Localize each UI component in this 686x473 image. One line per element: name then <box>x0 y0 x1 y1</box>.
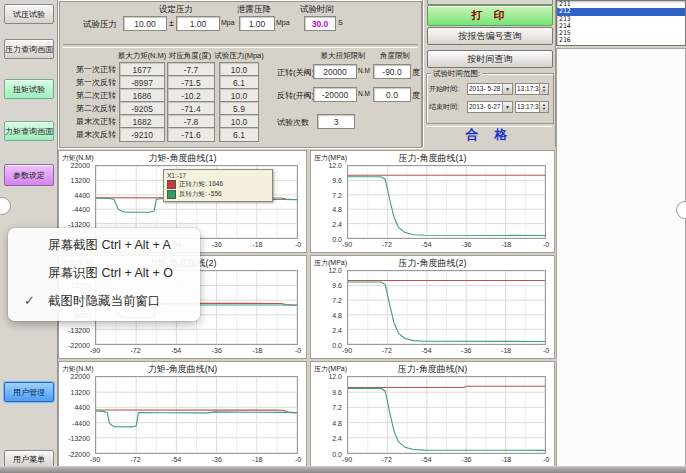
chart-x-ticks: -90-72-54-36-18-0 <box>95 347 298 357</box>
test-count-input[interactable]: 3 <box>317 114 355 129</box>
leak-pressure-input[interactable]: 1.00 <box>239 16 275 31</box>
reverse-limit-label: 反转(开阀) <box>277 90 313 101</box>
reverse-angle-limit-input[interactable]: 0.0 <box>373 87 411 102</box>
mpa-unit-label-2: Mpa <box>276 19 290 26</box>
angle-header: 对应角度(度) <box>162 51 218 61</box>
chart-x-ticks: -90-72-54-36-18-0 <box>347 347 546 357</box>
leak-pressure-title: 泄露压降 <box>224 4 284 16</box>
sidebar-item-pressure-test[interactable]: 试压试验 <box>4 4 54 24</box>
time-range-group: 试验时间范围: 开始时间: 2013- 5-28 ▼ 13:17:35 ▲▼ 结… <box>426 73 554 124</box>
start-time-spinner[interactable]: 13:17:35 ▲▼ <box>515 83 549 95</box>
report-detail-panel <box>556 48 686 468</box>
list-item[interactable]: 216 <box>557 37 685 44</box>
plus-minus-label: ± <box>169 18 174 28</box>
sidebar-item-parameter-settings[interactable]: 参数设定 <box>4 164 54 186</box>
divider <box>63 44 418 48</box>
red-swatch-icon <box>167 180 176 189</box>
nm-unit-label-2: N.M <box>358 90 370 97</box>
chart-x-ticks: -90-72-54-36-18-0 <box>347 456 546 466</box>
chart-title: 力矩-角度曲线(1) <box>59 152 306 165</box>
chart-plot <box>347 270 546 345</box>
menu-item-hide-window[interactable]: ✓截图时隐藏当前窗口 <box>8 287 200 315</box>
chart-title: 压力-角度曲线(1) <box>311 152 554 165</box>
menu-item-screen-recognize[interactable]: 屏幕识图 Ctrl + Alt + O <box>8 259 200 287</box>
legend-entry: 反转力矩: -556 <box>179 190 222 199</box>
start-date-combo[interactable]: 2013- 5-28 ▼ <box>467 83 513 95</box>
list-item[interactable]: 213 <box>557 16 685 23</box>
degree-unit-label: 度 <box>412 67 420 78</box>
chart-title: 力矩-角度曲线(N) <box>59 363 306 376</box>
report-number-list[interactable]: 211 212 213 214 215 216 <box>556 0 686 46</box>
spinner-arrows-icon[interactable]: ▲▼ <box>539 84 548 94</box>
mpa-unit-label: Mpa <box>221 19 235 26</box>
sidebar-item-user-management[interactable]: 用户管理 <box>4 382 54 402</box>
list-item[interactable]: 215 <box>557 30 685 37</box>
pressure-value: 6.1 <box>219 127 259 142</box>
chevron-down-icon[interactable]: ▼ <box>502 84 512 94</box>
torque-value: -9210 <box>119 127 165 142</box>
settings-results-panel: 设定压力 泄露压降 试验时间 试验压力 10.00 ± 1.00 Mpa 1.0… <box>58 0 423 149</box>
chart-title: 压力-角度曲线(2) <box>311 257 554 270</box>
query-by-report-button[interactable]: 按报告编号查询 <box>427 27 553 45</box>
test-time-input[interactable]: 30.0 <box>304 16 336 31</box>
angle-value: -71.6 <box>167 127 215 142</box>
query-by-time-button[interactable]: 按时间查询 <box>427 50 553 68</box>
green-swatch-icon <box>167 190 176 199</box>
chart-y-ticks: 12.09.67.24.82.40.0 <box>311 270 345 345</box>
chart-x-ticks: -90-72-54-36-18-0 <box>347 241 546 251</box>
test-pressure-input[interactable]: 10.00 <box>123 16 167 31</box>
list-item-selected[interactable]: 212 <box>557 8 685 15</box>
pressure-angle-chart-n: 压力(MPa) 压力-角度曲线(N) 12.09.67.24.82.40.0 -… <box>310 361 555 468</box>
chart-plot <box>347 376 546 454</box>
angle-limit-header: 角度限制 <box>371 51 419 61</box>
end-time-row: 结束时间: 2013- 6-27 ▼ 13:17:35 ▲▼ <box>429 100 549 113</box>
test-count-label: 试验次数 <box>277 117 313 128</box>
row-label: 第一次正转 <box>61 64 116 75</box>
row-label: 第一次反转 <box>61 77 116 88</box>
end-time-spinner[interactable]: 13:17:35 ▲▼ <box>515 101 549 113</box>
screenshot-context-menu: 屏幕截图 Ctrl + Alt + A 屏幕识图 Ctrl + Alt + O … <box>8 228 200 321</box>
torque-angle-chart-n: 力矩(N.M) 力矩-角度曲线(N) 22000132004400-4400-1… <box>58 361 307 468</box>
end-time-label: 结束时间: <box>429 102 467 112</box>
menu-item-screen-capture[interactable]: 屏幕截图 Ctrl + Alt + A <box>8 231 200 259</box>
check-icon: ✓ <box>24 287 35 315</box>
sidebar-item-torque-query[interactable]: 力矩查询画面 <box>4 121 54 141</box>
chart-y-ticks: 12.09.67.24.82.40.0 <box>311 376 345 454</box>
row-label: 最末次正转 <box>61 116 116 127</box>
chart-legend-tooltip: X1:-17 正转力矩: 1646 反转力矩: -556 <box>163 169 273 202</box>
chart-y-ticks: 12.09.67.24.82.40.0 <box>311 165 345 239</box>
forward-angle-limit-input[interactable]: -90.0 <box>373 64 411 79</box>
query-panel: 打 印 按报告编号查询 按时间查询 试验时间范围: 开始时间: 2013- 5-… <box>423 0 556 147</box>
legend-entry: 正转力矩: 1646 <box>179 180 223 189</box>
end-date-combo[interactable]: 2013- 6-27 ▼ <box>467 101 513 113</box>
pressure-angle-chart-2: 压力(MPa) 压力-角度曲线(2) 12.09.67.24.82.40.0 -… <box>310 255 555 359</box>
list-item[interactable]: 214 <box>557 23 685 30</box>
test-time-title: 试验时间 <box>287 4 347 16</box>
app-window: 试压试验 压力查询画面 扭矩试验 力矩查询画面 参数设定 用户管理 用户菜单 设… <box>0 0 686 473</box>
sidebar-item-pressure-query[interactable]: 压力查询画面 <box>4 39 54 59</box>
chart-plot <box>347 165 546 239</box>
start-time-row: 开始时间: 2013- 5-28 ▼ 13:17:35 ▲▼ <box>429 82 549 95</box>
forward-torque-limit-input[interactable]: 20000 <box>313 64 357 79</box>
start-date-value: 2013- 5-28 <box>469 85 500 92</box>
chevron-down-icon[interactable]: ▼ <box>502 102 512 112</box>
spinner-arrows-icon[interactable]: ▲▼ <box>539 102 548 112</box>
nm-unit-label: N.M <box>358 67 370 74</box>
end-date-value: 2013- 6-27 <box>469 103 500 110</box>
time-range-title: 试验时间范围: <box>431 69 482 79</box>
legend-header: X1:-17 <box>167 172 269 179</box>
list-item[interactable]: 211 <box>557 1 685 8</box>
set-pressure-group-title: 设定压力 <box>116 4 236 16</box>
row-label: 最末次反转 <box>61 129 116 140</box>
forward-limit-label: 正转(关阀) <box>277 67 313 78</box>
chart-plot <box>95 376 298 454</box>
print-button[interactable]: 打 印 <box>427 5 553 26</box>
row-label: 第二次正转 <box>61 90 116 101</box>
seconds-unit-label: S <box>338 19 343 26</box>
pressure-header: 试验压力(Mpa) <box>211 51 267 61</box>
menu-item-label: 截图时隐藏当前窗口 <box>48 294 161 308</box>
tolerance-input[interactable]: 1.00 <box>176 16 220 31</box>
torque-limit-header: 最大扭矩限制 <box>311 51 375 61</box>
sidebar-item-torque-test[interactable]: 扭矩试验 <box>4 79 54 99</box>
reverse-torque-limit-input[interactable]: -20000 <box>313 87 357 102</box>
